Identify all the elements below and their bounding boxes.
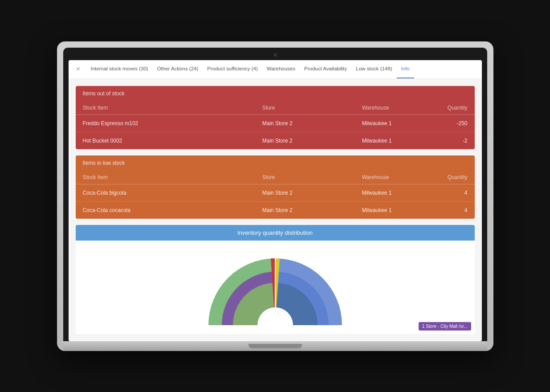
- chart-tooltip: 1 Store - City Mall /or...: [419, 322, 471, 331]
- col-header-qty: Quantity: [435, 171, 475, 184]
- chart-svg: [200, 249, 351, 325]
- row-qty: -250: [435, 114, 475, 132]
- col-header-item: Stock Item: [76, 101, 255, 115]
- row-item: Hot Bucket 0002: [76, 132, 255, 149]
- col-header-item: Stock Item: [76, 171, 255, 184]
- row-warehouse: Milwaukee 1: [355, 184, 435, 201]
- low-stock-table: Stock Item Store Warehouse Quantity Coca…: [76, 171, 475, 219]
- nav-item-product-availability[interactable]: Product Availability: [300, 60, 351, 79]
- nav-item-product-sufficiency[interactable]: Product sufficiency (4): [203, 60, 262, 79]
- nav-item-warehouses[interactable]: Warehouses: [262, 60, 300, 79]
- row-qty: 4: [435, 184, 475, 201]
- row-warehouse: Milwaukee 1: [355, 201, 435, 219]
- col-header-warehouse: Warehouse: [355, 101, 435, 115]
- row-store: Main Store 2: [255, 114, 355, 132]
- col-header-store: Store: [255, 101, 355, 115]
- nav-bar: × Internal stock moves (30) Other Action…: [69, 60, 482, 79]
- table-row: Coca-Cola cocacola Main Store 2 Milwauke…: [76, 201, 475, 219]
- camera: [273, 53, 277, 57]
- chart-card: Inventory quantity distribution: [76, 225, 475, 334]
- screen: × Internal stock moves (30) Other Action…: [69, 60, 482, 341]
- row-warehouse: Milwaukee 1: [355, 114, 435, 132]
- out-of-stock-card: Items out of stock Stock Item Store Ware…: [76, 86, 475, 149]
- nav-item-internal-stock[interactable]: Internal stock moves (30): [86, 60, 153, 79]
- out-of-stock-table: Stock Item Store Warehouse Quantity Fred…: [76, 101, 475, 149]
- row-item: Coca-Cola cocacola: [76, 201, 255, 219]
- laptop-base: [63, 341, 487, 351]
- nav-item-info[interactable]: Info: [397, 60, 414, 79]
- chart-body: 1 Store - City Mall /or...: [76, 241, 475, 334]
- col-header-qty: Quantity: [435, 101, 475, 115]
- row-warehouse: Milwaukee 1: [355, 132, 435, 149]
- low-stock-card: Items in low stock Stock Item Store Ware…: [76, 155, 475, 219]
- nav-item-low-stock[interactable]: Low stock (148): [351, 60, 396, 79]
- table-row: Freddo Espresso m102 Main Store 2 Milwau…: [76, 114, 475, 132]
- row-store: Main Store 2: [255, 201, 355, 219]
- close-button[interactable]: ×: [74, 65, 83, 74]
- laptop-hinge: [249, 344, 302, 348]
- nav-item-other-actions[interactable]: Other Actions (24): [153, 60, 203, 79]
- laptop-frame: × Internal stock moves (30) Other Action…: [57, 41, 493, 351]
- table-row: Coca-Cola bigcola Main Store 2 Milwaukee…: [76, 184, 475, 201]
- row-item: Freddo Espresso m102: [76, 114, 255, 132]
- row-store: Main Store 2: [255, 184, 355, 201]
- table-row: Hot Bucket 0002 Main Store 2 Milwaukee 1…: [76, 132, 475, 149]
- chart-header: Inventory quantity distribution: [76, 225, 475, 241]
- chart-svg-container: [200, 249, 351, 325]
- out-of-stock-header: Items out of stock: [76, 86, 475, 101]
- low-stock-header: Items in low stock: [76, 155, 475, 171]
- row-store: Main Store 2: [255, 132, 355, 149]
- col-header-store: Store: [255, 171, 355, 184]
- screen-bezel: × Internal stock moves (30) Other Action…: [63, 48, 487, 341]
- row-item: Coca-Cola bigcola: [76, 184, 255, 201]
- close-icon: ×: [76, 65, 80, 73]
- row-qty: -2: [435, 132, 475, 149]
- main-content: Items out of stock Stock Item Store Ware…: [69, 79, 482, 341]
- col-header-warehouse: Warehouse: [355, 171, 435, 184]
- row-qty: 4: [435, 201, 475, 219]
